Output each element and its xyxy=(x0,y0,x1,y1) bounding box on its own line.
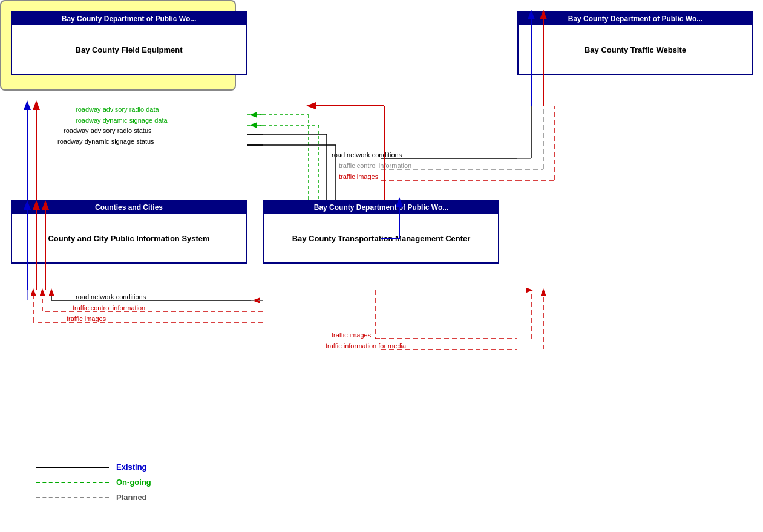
legend-ongoing: On-going xyxy=(36,478,151,487)
legend-ongoing-label: On-going xyxy=(116,478,151,487)
svg-text:traffic images: traffic images xyxy=(339,173,379,180)
legend-planned: Planned xyxy=(36,493,151,502)
svg-text:traffic images: traffic images xyxy=(332,331,372,339)
svg-text:traffic control information: traffic control information xyxy=(73,304,145,311)
field-equipment-header: Bay County Department of Public Wo... xyxy=(12,12,246,25)
svg-text:roadway dynamic signage status: roadway dynamic signage status xyxy=(57,138,154,145)
counties-cities-header: Counties and Cities xyxy=(12,201,246,214)
legend-ongoing-line xyxy=(36,482,109,483)
legend-planned-line xyxy=(36,497,109,498)
field-equipment-body: Bay County Field Equipment xyxy=(12,25,246,74)
diagram-container: Bay County Department of Public Wo... Ba… xyxy=(0,0,763,532)
traffic-website-header: Bay County Department of Public Wo... xyxy=(519,12,752,25)
svg-text:roadway advisory radio data: roadway advisory radio data xyxy=(76,106,159,113)
svg-text:road network conditions: road network conditions xyxy=(76,293,146,300)
legend-planned-label: Planned xyxy=(116,493,147,502)
legend-existing-line xyxy=(36,467,109,468)
legend-existing-label: Existing xyxy=(116,462,147,472)
svg-text:traffic control information: traffic control information xyxy=(339,162,411,169)
legend-existing: Existing xyxy=(36,462,151,472)
tmc-header: Bay County Department of Public Wo... xyxy=(264,201,498,214)
svg-text:roadway advisory radio status: roadway advisory radio status xyxy=(64,127,152,134)
counties-cities-node: Counties and Cities County and City Publ… xyxy=(11,199,247,264)
svg-text:road network conditions: road network conditions xyxy=(332,151,402,158)
svg-text:traffic information for media: traffic information for media xyxy=(326,342,407,349)
tmc-body: Bay County Transportation Management Cen… xyxy=(264,214,498,262)
legend: Existing On-going Planned xyxy=(36,462,151,502)
traffic-website-node: Bay County Department of Public Wo... Ba… xyxy=(517,11,753,75)
counties-cities-body: County and City Public Information Syste… xyxy=(12,214,246,262)
svg-text:roadway dynamic signage data: roadway dynamic signage data xyxy=(76,117,168,124)
tmc-node: Bay County Department of Public Wo... Ba… xyxy=(263,199,499,264)
field-equipment-node: Bay County Department of Public Wo... Ba… xyxy=(11,11,247,75)
traffic-website-body: Bay County Traffic Website xyxy=(519,25,752,74)
svg-text:traffic images: traffic images xyxy=(67,315,106,322)
